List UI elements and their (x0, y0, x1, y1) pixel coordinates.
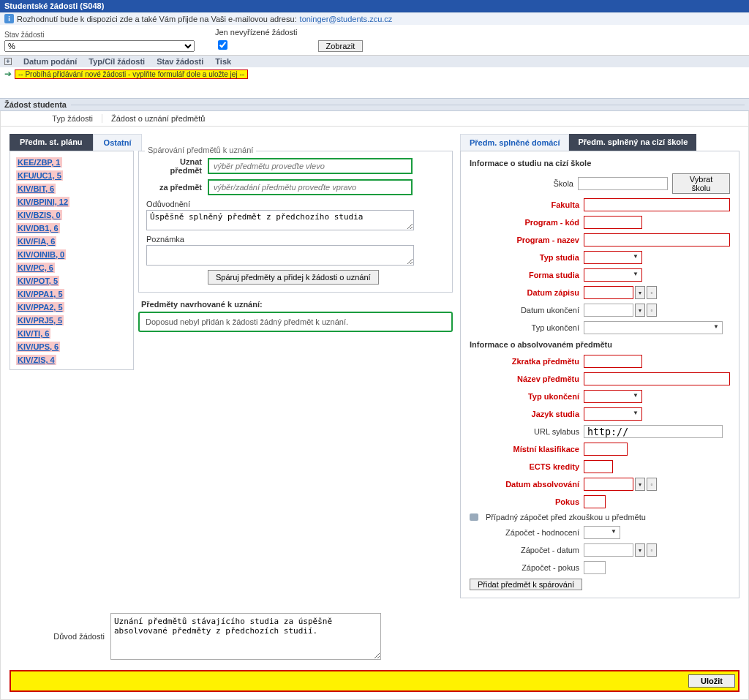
list-item[interactable]: KIV/POT, 5 (16, 276, 59, 286)
oduvodneni-textarea[interactable]: Úspěšně splněný předmět z předchozího st… (146, 210, 414, 230)
tab-predm-planu[interactable]: Předm. st. plánu (10, 134, 93, 151)
expand-all-icon[interactable]: + (4, 58, 12, 65)
pending-row: ➔ -- Probíhá přidávání nové žádosti - vy… (0, 67, 749, 80)
datum-abs-input[interactable] (584, 478, 633, 491)
list-item[interactable]: KIV/UPS, 6 (16, 342, 60, 352)
list-item[interactable]: KIV/BZIS, 0 (16, 210, 62, 220)
typ-zadosti-row: Typ žádosti Žádost o uznání předmětů (1, 111, 748, 127)
ects-input[interactable] (584, 460, 613, 473)
typ-ukon-select[interactable] (584, 390, 642, 403)
typ-ukonceni-label: Typ ukončení (470, 323, 579, 332)
list-item[interactable]: KIV/OINIB, 0 (16, 249, 66, 260)
list-item[interactable]: KIV/PPA1, 5 (16, 289, 64, 299)
jazyk-label: Jazyk studia (470, 410, 579, 418)
info-icon: i (4, 14, 14, 23)
list-item[interactable]: KIV/FIA, 6 (16, 236, 56, 246)
reason-row: Důvod žádosti Uznání předmětů stávajícíh… (1, 606, 748, 667)
list-item[interactable]: KEE/ZBP, 1 (16, 157, 62, 168)
pokus-label: Pokus (470, 497, 579, 506)
zkratka-input[interactable] (584, 355, 642, 368)
info-text: Rozhodnutí bude k dispozici zde a také V… (17, 15, 297, 23)
list-item[interactable]: KIV/BPINI, 12 (16, 197, 69, 207)
list-item[interactable]: KIV/ZIS, 4 (16, 355, 56, 365)
datum-ukonceni-label: Datum ukončení (470, 306, 579, 315)
zap-datum-input[interactable] (584, 543, 633, 557)
show-button[interactable]: Zobrazit (318, 40, 364, 52)
nazev-predmetu-label: Název předmětu (470, 375, 579, 383)
url-input[interactable] (584, 425, 723, 438)
mistni-klas-input[interactable] (584, 443, 628, 456)
tab-splneny-cizi[interactable]: Předm. splněný na cizí škole (569, 134, 696, 151)
list-item[interactable]: KIV/TI, 6 (16, 328, 50, 339)
datum-zapisu-cal-icon[interactable]: ▫ (647, 286, 657, 299)
forma-studia-select[interactable] (584, 268, 642, 282)
col-datum: Datum podání (23, 57, 77, 66)
forma-studia-label: Forma studia (470, 271, 579, 279)
typ-ukon-label: Typ ukončení (470, 392, 579, 401)
only-unresolved-label: Jen nevyřízené žádosti (215, 28, 298, 37)
datum-ukonceni-down-icon[interactable]: ▾ (635, 304, 645, 317)
vybrat-skolu-button[interactable]: Vybrat školu (672, 173, 730, 194)
tab-splnene-domaci[interactable]: Předm. splněné domácí (460, 134, 569, 151)
fakulta-label: Fakulta (470, 200, 579, 209)
skola-label: Škola (470, 179, 573, 188)
save-button[interactable]: Uložit (688, 674, 735, 688)
stav-label: Stav žádosti (4, 31, 195, 39)
proposed-box: Doposud nebyl přidán k žádosti žádný pře… (138, 312, 453, 332)
info-bar: i Rozhodnutí bude k dispozici zde a také… (0, 12, 749, 25)
zap-datum-down-icon[interactable]: ▾ (635, 543, 645, 557)
za-label: za předmět (146, 183, 202, 192)
zadost-tab-label: Žádost studenta (4, 100, 67, 109)
list-item[interactable]: KIV/PPA2, 5 (16, 302, 64, 312)
datum-zapisu-down-icon[interactable]: ▾ (635, 286, 645, 299)
uznat-input[interactable] (208, 158, 413, 174)
pending-message: -- Probíhá přidávání nové žádosti - vypl… (15, 69, 248, 79)
pair-button[interactable]: Spáruj předměty a přidej k žádosti o uzn… (208, 270, 379, 285)
program-nazev-label: Program - nazev (470, 236, 579, 244)
zap-datum-cal-icon[interactable]: ▫ (647, 543, 657, 557)
poznamka-label: Poznámka (146, 235, 202, 244)
program-kod-input[interactable] (584, 216, 642, 229)
jazyk-select[interactable] (584, 407, 642, 421)
skola-input[interactable] (578, 177, 668, 190)
datum-abs-cal-icon[interactable]: ▫ (647, 478, 657, 491)
poznamka-textarea[interactable] (146, 245, 414, 266)
list-item[interactable]: KIV/DB1, 6 (16, 223, 60, 233)
save-bar: Uložit (10, 670, 739, 692)
list-item[interactable]: KIV/PC, 6 (16, 263, 55, 273)
uznat-label: Uznat předmět (146, 157, 202, 175)
list-item[interactable]: KIV/BIT, 6 (16, 184, 56, 194)
oduvodneni-label: Odůvodnění (146, 200, 202, 208)
subject-list[interactable]: KEE/ZBP, 1 KFU/UC1, 5 KIV/BIT, 6 KIV/BPI… (10, 151, 134, 370)
only-unresolved-checkbox[interactable] (218, 40, 227, 50)
nazev-predmetu-input[interactable] (584, 372, 730, 385)
datum-ukonceni-input[interactable] (584, 304, 633, 317)
pridat-predmet-button[interactable]: Přidat předmět k spárování (470, 579, 582, 590)
zkratka-label: Zkratka předmětu (470, 357, 579, 366)
datum-zapisu-input[interactable] (584, 286, 633, 299)
tab-ostatni[interactable]: Ostatní (93, 134, 143, 151)
info-email: toninger@students.zcu.cz (300, 15, 393, 23)
zap-pokus-input[interactable] (584, 561, 606, 574)
fakulta-input[interactable] (584, 198, 730, 211)
za-input[interactable] (208, 179, 413, 195)
reason-label: Důvod žádosti (10, 632, 105, 641)
list-item[interactable]: KFU/UC1, 5 (16, 170, 63, 181)
requests-table-header: + Datum podání Typ/Cíl žádosti Stav žádo… (0, 56, 749, 67)
zadost-header: Žádost studenta (0, 98, 749, 111)
typ-studia-select[interactable] (584, 251, 642, 264)
reason-textarea[interactable]: Uznání předmětů stávajícího studia za ús… (110, 613, 381, 660)
program-nazev-input[interactable] (584, 233, 730, 246)
pokus-input[interactable] (584, 495, 606, 508)
list-item[interactable]: KIV/PRJ5, 5 (16, 315, 64, 325)
stav-select[interactable]: % (4, 40, 195, 52)
zapocet-note: Případný zápočet před zkouškou u předmět… (486, 513, 646, 522)
pairing-legend: Spárování předmětů k uznání (145, 146, 256, 154)
chat-icon (470, 513, 478, 521)
zap-hodnoceni-select[interactable] (584, 526, 620, 539)
datum-ukonceni-cal-icon[interactable]: ▫ (647, 304, 657, 317)
datum-abs-down-icon[interactable]: ▾ (635, 478, 645, 491)
typ-zadosti-value: Žádost o uznání předmětů (102, 114, 205, 123)
typ-ukonceni-select[interactable] (584, 321, 723, 334)
study-info-title: Informace o studiu na cizí škole (470, 159, 730, 168)
